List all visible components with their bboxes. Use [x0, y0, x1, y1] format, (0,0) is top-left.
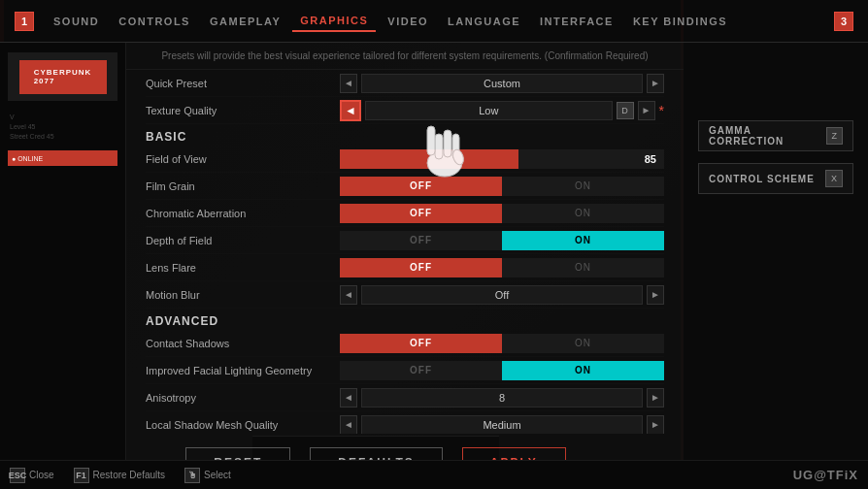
- fov-value: 85: [645, 153, 656, 165]
- restore-key: F1: [74, 468, 89, 483]
- quick-preset-control: ◄ Custom ►: [340, 74, 664, 93]
- facial-lighting-row: Improved Facial Lighting Geometry OFF ON: [146, 357, 664, 384]
- select-label: Select: [204, 470, 231, 480]
- film-grain-row: Film Grain OFF ON: [146, 173, 664, 200]
- logo-area: CYBERPUNK2077: [8, 52, 117, 101]
- depth-of-field-row: Depth of Field OFF ON: [146, 227, 664, 254]
- nav-language[interactable]: LANGUAGE: [440, 12, 528, 31]
- field-of-view-row: Field of View 85: [146, 146, 664, 173]
- texture-right-arrow[interactable]: ►: [638, 101, 655, 120]
- facial-lighting-control: OFF ON: [340, 361, 664, 380]
- nav-controls[interactable]: CONTROLS: [111, 12, 198, 31]
- shadow-mesh-value: Medium: [361, 415, 643, 435]
- motion-blur-control: ◄ Off ►: [340, 285, 664, 305]
- texture-quality-row: Texture Quality ◄ Low D ► *: [146, 97, 664, 124]
- film-grain-control: OFF ON: [340, 177, 664, 196]
- fov-fill: [340, 149, 518, 169]
- motion-blur-left-arrow[interactable]: ◄: [340, 285, 357, 305]
- anisotropy-right-arrow[interactable]: ►: [647, 388, 664, 408]
- nav-video[interactable]: VIDEO: [380, 12, 436, 31]
- chromatic-on[interactable]: ON: [502, 204, 664, 223]
- shadow-mesh-right-arrow[interactable]: ►: [647, 415, 664, 435]
- restore-label: Restore Defaults: [93, 470, 165, 480]
- texture-quality-label: Texture Quality: [146, 105, 340, 116]
- shadow-mesh-control: ◄ Medium ►: [340, 415, 664, 435]
- texture-quality-control: ◄ Low D ►: [340, 100, 655, 121]
- facial-off[interactable]: OFF: [340, 361, 502, 380]
- motion-blur-value: Off: [361, 285, 643, 305]
- nav-interface[interactable]: INTERFACE: [532, 12, 621, 31]
- settings-area[interactable]: Quick Preset ◄ Custom ► Texture Quality …: [126, 70, 684, 434]
- status-close: ESC Close: [10, 468, 54, 483]
- texture-left-arrow[interactable]: ◄: [340, 100, 361, 121]
- left-info-text: VLevel 45Street Cred 45: [8, 109, 117, 145]
- quick-preset-label: Quick Preset: [146, 78, 340, 89]
- contact-shadows-row: Contact Shadows OFF ON: [146, 330, 664, 357]
- anisotropy-row: Anisotropy ◄ 8 ►: [146, 384, 664, 411]
- lens-flare-control: OFF ON: [340, 258, 664, 277]
- fov-bar[interactable]: 85: [340, 149, 664, 169]
- section-basic: Basic: [146, 124, 664, 146]
- anisotropy-value: 8: [361, 388, 643, 408]
- texture-d-badge: D: [617, 102, 634, 119]
- asterisk-indicator: *: [659, 103, 664, 118]
- right-panel: GAMMA CORRECTION Z CONTROL SCHEME X: [684, 43, 868, 489]
- chromatic-aberration-control: OFF ON: [340, 204, 664, 223]
- film-grain-off[interactable]: OFF: [340, 177, 502, 196]
- contact-shadows-label: Contact Shadows: [146, 338, 340, 349]
- dof-off[interactable]: OFF: [340, 231, 502, 250]
- lens-flare-row: Lens Flare OFF ON: [146, 254, 664, 281]
- facial-lighting-label: Improved Facial Lighting Geometry: [146, 365, 340, 376]
- contact-shadows-control: OFF ON: [340, 334, 664, 353]
- gamma-correction-button[interactable]: GAMMA CORRECTION Z: [698, 120, 853, 151]
- chromatic-aberration-label: Chromatic Aberration: [146, 208, 340, 219]
- close-label: Close: [29, 470, 54, 480]
- nav-sound[interactable]: SOUND: [46, 12, 107, 31]
- field-of-view-label: Field of View: [146, 153, 340, 165]
- control-scheme-key: X: [825, 170, 843, 187]
- control-scheme-button[interactable]: CONTROL SCHEME X: [698, 163, 853, 194]
- anisotropy-label: Anisotropy: [146, 392, 340, 404]
- film-grain-on[interactable]: ON: [502, 177, 664, 196]
- nav-keybindings[interactable]: KEY BINDINGS: [625, 12, 735, 31]
- status-restore: F1 Restore Defaults: [74, 468, 165, 483]
- shadow-mesh-left-arrow[interactable]: ◄: [340, 415, 357, 435]
- status-select: 🖱 Select: [184, 468, 231, 483]
- nav-badge-left: 1: [15, 12, 34, 31]
- anisotropy-control: ◄ 8 ►: [340, 388, 664, 408]
- quick-preset-left-arrow[interactable]: ◄: [340, 74, 357, 93]
- motion-blur-right-arrow[interactable]: ►: [647, 285, 664, 305]
- lens-flare-on[interactable]: ON: [502, 258, 664, 277]
- chromatic-off[interactable]: OFF: [340, 204, 502, 223]
- lens-flare-off[interactable]: OFF: [340, 258, 502, 277]
- quick-preset-right-arrow[interactable]: ►: [647, 74, 664, 93]
- watermark: UG@TFiX: [793, 468, 858, 482]
- quick-preset-row: Quick Preset ◄ Custom ►: [146, 70, 664, 97]
- main-content: Presets will provide the best visual exp…: [126, 43, 684, 489]
- top-navigation: 1 SOUND CONTROLS GAMEPLAY GRAPHICS VIDEO…: [0, 0, 868, 43]
- field-of-view-control: 85: [340, 149, 664, 169]
- shadow-mesh-label: Local Shadow Mesh Quality: [146, 419, 340, 431]
- left-status-badge: ● ONLINE: [8, 150, 117, 166]
- texture-quality-value: Low: [365, 101, 613, 120]
- left-panel: CYBERPUNK2077 VLevel 45Street Cred 45 ● …: [0, 43, 126, 489]
- facial-on[interactable]: ON: [502, 361, 664, 380]
- nav-graphics[interactable]: GRAPHICS: [292, 11, 376, 32]
- preset-description: Presets will provide the best visual exp…: [126, 43, 684, 70]
- contact-shadows-on[interactable]: ON: [502, 334, 664, 353]
- film-grain-label: Film Grain: [146, 180, 340, 192]
- control-scheme-label: CONTROL SCHEME: [709, 174, 815, 184]
- select-key: 🖱: [184, 468, 200, 483]
- shadow-mesh-row: Local Shadow Mesh Quality ◄ Medium ►: [146, 411, 664, 434]
- motion-blur-row: Motion Blur ◄ Off ►: [146, 281, 664, 309]
- contact-shadows-off[interactable]: OFF: [340, 334, 502, 353]
- chromatic-aberration-row: Chromatic Aberration OFF ON: [146, 200, 664, 227]
- game-logo: CYBERPUNK2077: [19, 60, 107, 94]
- close-key: ESC: [10, 468, 25, 483]
- nav-gameplay[interactable]: GAMEPLAY: [202, 12, 288, 31]
- status-bar: ESC Close F1 Restore Defaults 🖱 Select U…: [0, 460, 868, 489]
- depth-of-field-control: OFF ON: [340, 231, 664, 250]
- gamma-correction-key: Z: [826, 127, 843, 145]
- dof-on[interactable]: ON: [502, 231, 664, 250]
- anisotropy-left-arrow[interactable]: ◄: [340, 388, 357, 408]
